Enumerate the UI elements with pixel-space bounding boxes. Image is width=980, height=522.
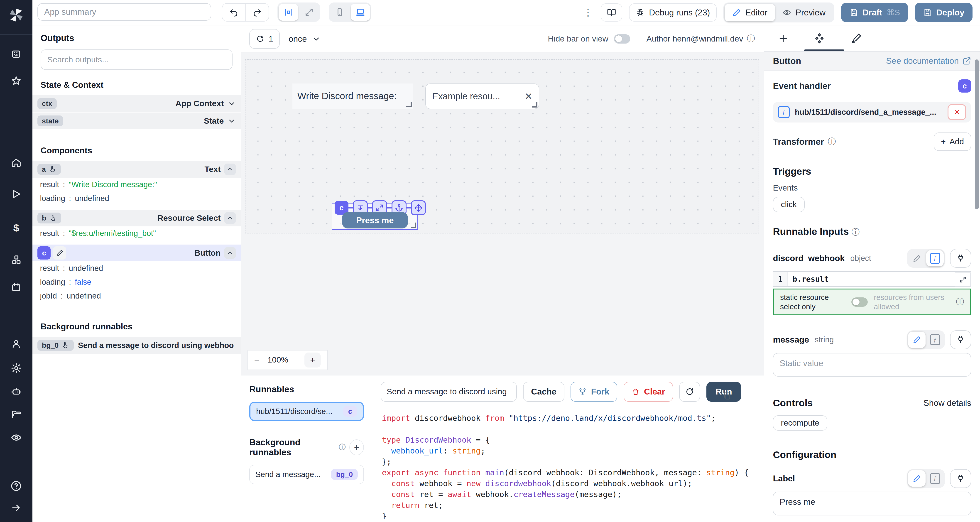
resources-cubes-icon[interactable] (0, 254, 32, 266)
static-pencil-icon[interactable] (908, 470, 926, 487)
documentation-book-button[interactable] (601, 3, 622, 22)
windmill-app-editor: $ ⋮ Debug runs (23) (0, 0, 980, 522)
settings-gear-icon[interactable] (0, 363, 32, 374)
component-type-band: Button See documentation (764, 51, 980, 70)
expand-icon[interactable] (299, 4, 319, 21)
pencil-icon[interactable] (53, 247, 66, 259)
resize-handle[interactable] (411, 223, 416, 228)
desktop-icon[interactable] (351, 4, 370, 21)
background-runnables-heading: Background runnables (32, 303, 240, 336)
component-settings-tab-icon[interactable] (813, 32, 825, 44)
controls-heading: Controls (773, 398, 813, 409)
ctx-row[interactable]: ctx App Context (32, 95, 240, 112)
hide-bar-toggle[interactable] (614, 34, 630, 43)
eval-function-icon[interactable]: ƒ (926, 470, 944, 487)
home-icon[interactable] (0, 158, 32, 168)
runs-play-icon[interactable] (0, 189, 32, 199)
resource-select-component[interactable]: Example resou... ✕ (425, 83, 539, 109)
tab-editor[interactable]: Editor (725, 4, 775, 21)
message-static-value-input[interactable] (773, 353, 971, 377)
connect-plug-icon[interactable] (950, 330, 971, 349)
selected-button-component[interactable]: c Press me (332, 204, 418, 230)
eval-function-icon[interactable]: ƒ (926, 250, 944, 267)
folders-icon[interactable] (0, 409, 32, 420)
remove-handler-button[interactable]: ✕ (948, 104, 966, 120)
zoom-in-button[interactable]: + (304, 353, 321, 368)
tab-preview[interactable]: Preview (775, 4, 833, 21)
deploy-button[interactable]: Deploy (915, 3, 972, 22)
recompute-pill[interactable]: recompute (773, 415, 827, 431)
label-value-input[interactable]: Press me (773, 492, 971, 516)
collapse-arrow-icon[interactable] (0, 503, 32, 513)
cache-button[interactable]: Cache (523, 382, 565, 402)
resize-handle[interactable] (532, 102, 538, 108)
app-canvas[interactable]: Write Discord message: Example resou... … (245, 59, 759, 234)
info-icon[interactable]: ⓘ (747, 33, 755, 44)
refresh-code-button[interactable] (679, 382, 700, 402)
eval-function-icon[interactable]: ƒ (926, 332, 944, 348)
panel-scrollbar[interactable] (975, 59, 979, 209)
workers-robot-icon[interactable] (0, 386, 32, 397)
mobile-icon[interactable] (330, 4, 349, 21)
chevron-up-icon[interactable] (224, 247, 236, 259)
static-pencil-icon[interactable] (908, 332, 926, 348)
see-documentation-link[interactable]: See documentation (886, 56, 971, 66)
styling-brush-tab-icon[interactable] (851, 33, 862, 44)
expand-expression-icon[interactable] (955, 272, 971, 286)
code-editor[interactable]: import discordwebhook from "https://deno… (373, 408, 764, 519)
chevron-up-icon[interactable] (224, 212, 236, 224)
refresh-mode-select[interactable]: once (288, 34, 321, 44)
clear-button[interactable]: Clear (624, 382, 673, 402)
variables-dollar-icon[interactable]: $ (0, 222, 32, 234)
background-runnable-row[interactable]: bg_0 Send a message to discord using web… (32, 336, 240, 354)
chevron-down-icon[interactable] (228, 100, 236, 108)
insert-component-tab-plus-icon[interactable] (778, 33, 789, 44)
move-icon[interactable] (411, 200, 426, 215)
expression-editor[interactable]: 1 b.result (773, 271, 971, 286)
draft-save-button[interactable]: Draft⌘S (841, 3, 908, 22)
state-row[interactable]: state State (32, 112, 240, 129)
outputs-search-input[interactable] (41, 49, 232, 70)
resources-from-users-toggle[interactable] (851, 298, 868, 307)
add-transformer-button[interactable]: +Add (934, 132, 971, 151)
windmill-logo[interactable] (0, 6, 32, 24)
click-event-pill[interactable]: click (773, 197, 805, 212)
clear-selection-x-icon[interactable]: ✕ (525, 91, 533, 102)
apps-icon[interactable] (0, 49, 32, 59)
user-icon[interactable] (0, 339, 32, 349)
app-summary-input[interactable] (37, 3, 211, 21)
runnable-item-selected[interactable]: hub/1511/discord/se... c (249, 402, 364, 421)
connect-plug-icon[interactable] (950, 469, 971, 488)
code-editor-panel: Cache Fork Clear Run import discordwebho… (373, 376, 764, 522)
static-pencil-icon[interactable] (908, 250, 926, 267)
redo-button[interactable] (245, 4, 269, 21)
audit-eye-icon[interactable] (0, 432, 32, 443)
refresh-count-button[interactable]: 1 (249, 29, 280, 49)
zoom-out-button[interactable]: − (254, 355, 259, 365)
help-icon[interactable] (0, 480, 32, 492)
schedules-calendar-icon[interactable] (0, 282, 32, 293)
chevron-down-icon[interactable] (228, 117, 236, 125)
favorites-star-icon[interactable] (0, 76, 32, 86)
add-background-runnable-button[interactable]: + (349, 439, 364, 455)
component-c-header[interactable]: c Button (32, 244, 240, 261)
canvas-toolbar: 1 once Hide bar on view Author henri@win… (241, 25, 764, 53)
chevron-up-icon[interactable] (224, 164, 236, 175)
show-details-link[interactable]: Show details (924, 398, 971, 408)
fork-button[interactable]: Fork (571, 382, 617, 402)
press-me-button[interactable]: Press me (342, 212, 408, 228)
component-b-header[interactable]: b Resource Select (32, 209, 240, 226)
resize-handle[interactable] (406, 102, 412, 107)
debug-runs-button[interactable]: Debug runs (23) (629, 3, 717, 22)
event-handler-runnable[interactable]: ƒ hub/1511/discord/send_a_message_... ✕ (773, 102, 971, 123)
more-menu-icon[interactable]: ⋮ (582, 7, 594, 18)
text-component[interactable]: Write Discord message: (293, 83, 413, 108)
hide-bar-label: Hide bar on view (548, 34, 608, 43)
runnable-name-input[interactable] (381, 382, 517, 402)
copy-code-icon[interactable] (722, 392, 731, 401)
undo-button[interactable] (222, 4, 245, 21)
connect-plug-icon[interactable] (950, 249, 971, 268)
background-runnable-item[interactable]: Send a message... bg_0 (249, 465, 364, 484)
center-align-icon[interactable] (279, 4, 298, 21)
component-a-header[interactable]: a Text (32, 161, 240, 178)
